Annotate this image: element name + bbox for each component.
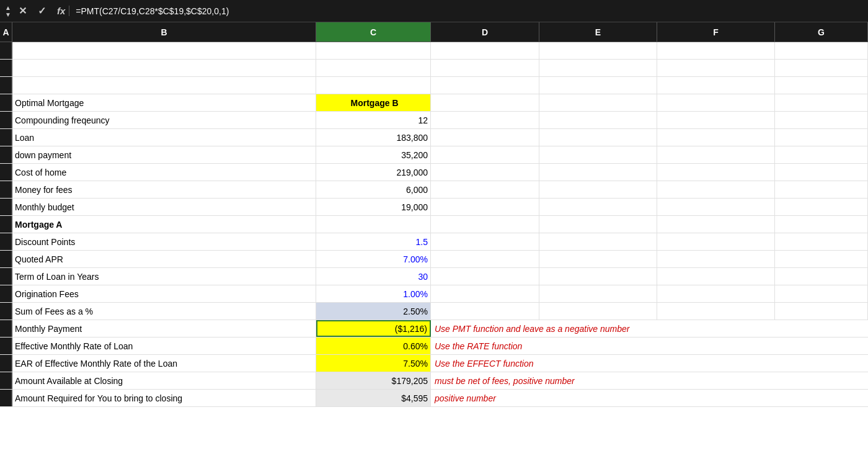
cell-b[interactable] [12,77,316,94]
cell-c[interactable] [316,42,431,59]
cell-f[interactable] [657,181,775,198]
cell-d[interactable] [431,303,539,320]
cell-monthly-budget-value[interactable]: 19,000 [316,199,431,215]
cell-f[interactable] [657,112,775,128]
cell-g[interactable] [775,112,868,128]
col-header-a[interactable]: A [0,22,12,42]
cell-down-payment-label[interactable]: down payment [12,146,316,163]
cell-g[interactable] [775,60,868,76]
cell-d[interactable] [431,181,539,198]
cell-g[interactable] [775,233,868,250]
cell-g[interactable] [775,77,868,94]
cell-effective-rate-label[interactable]: Effective Monthly Rate of Loan [12,338,316,354]
cell-e[interactable] [539,60,657,76]
cell-loan-value[interactable]: 183,800 [316,129,431,146]
cell-d[interactable] [431,60,539,76]
cell-g[interactable] [775,303,868,320]
formula-input[interactable] [76,6,863,16]
cell-e[interactable] [539,251,657,267]
cell-f[interactable] [657,251,775,267]
cell-e[interactable] [539,233,657,250]
cell-ear-label[interactable]: EAR of Effective Monthly Rate of the Loa… [12,355,316,372]
cell-discount-points-label[interactable]: Discount Points [12,233,316,250]
cell-money-for-fees-label[interactable]: Money for fees [12,181,316,198]
cell-g[interactable] [775,129,868,146]
cell-origination-fees-value[interactable]: 1.00% [316,285,431,302]
cell-f[interactable] [657,146,775,163]
cell-term-loan-label[interactable]: Term of Loan in Years [12,268,316,285]
col-header-c[interactable]: C [316,22,431,42]
cell-f[interactable] [657,60,775,76]
cell-b[interactable] [12,42,316,59]
cell-sum-fees-value[interactable]: 2.50% [316,303,431,320]
cell-f[interactable] [657,94,775,111]
cell-monthly-payment-label[interactable]: Monthly Payment [12,320,316,337]
cell-d[interactable] [431,129,539,146]
cell-d[interactable] [431,112,539,128]
cell-d[interactable] [431,216,539,233]
cell-d[interactable] [431,251,539,267]
cell-effective-rate-value[interactable]: 0.60% [316,338,431,354]
cell-f[interactable] [657,285,775,302]
cell-d[interactable] [431,42,539,59]
cell-quoted-apr-label[interactable]: Quoted APR [12,251,316,267]
cell-d[interactable] [431,233,539,250]
cell-cost-of-home-label[interactable]: Cost of home [12,164,316,181]
cell-money-for-fees-value[interactable]: 6,000 [316,181,431,198]
cell-f[interactable] [657,42,775,59]
cell-quoted-apr-value[interactable]: 7.00% [316,251,431,267]
col-header-b[interactable]: B [12,22,316,42]
scroll-arrows[interactable]: ▲ ▼ [5,4,11,18]
cell-f[interactable] [657,268,775,285]
cell-g[interactable] [775,164,868,181]
cell-e[interactable] [539,164,657,181]
cell-g[interactable] [775,42,868,59]
cell-mortgage-a-label[interactable]: Mortgage A [12,216,316,233]
cell-g[interactable] [775,285,868,302]
col-header-g[interactable]: G [775,22,868,42]
cell-e[interactable] [539,268,657,285]
cell-d[interactable] [431,164,539,181]
confirm-button[interactable]: ✓ [34,5,50,17]
cell-e[interactable] [539,216,657,233]
cell-c[interactable] [316,60,431,76]
cell-c[interactable] [316,77,431,94]
cell-e[interactable] [539,112,657,128]
cell-compounding-value[interactable]: 12 [316,112,431,128]
cell-term-loan-value[interactable]: 30 [316,268,431,285]
cell-mortgage-b-value[interactable]: Mortgage B [316,94,431,111]
col-header-d[interactable]: D [431,22,539,42]
cell-compounding-label[interactable]: Compounding freqeuncy [12,112,316,128]
cell-e[interactable] [539,77,657,94]
cell-down-payment-value[interactable]: 35,200 [316,146,431,163]
cell-f[interactable] [657,77,775,94]
cell-origination-fees-label[interactable]: Origination Fees [12,285,316,302]
cell-amount-available-value[interactable]: $179,205 [316,372,431,389]
cell-e[interactable] [539,285,657,302]
cell-amount-required-value[interactable]: $4,595 [316,390,431,406]
col-header-f[interactable]: F [657,22,775,42]
cell-d[interactable] [431,94,539,111]
cell-d[interactable] [431,199,539,215]
cell-g[interactable] [775,251,868,267]
cell-g[interactable] [775,216,868,233]
cell-f[interactable] [657,129,775,146]
cell-f[interactable] [657,164,775,181]
cell-g[interactable] [775,268,868,285]
cell-e[interactable] [539,303,657,320]
cell-g[interactable] [775,94,868,111]
cell-optimal-mortgage-label[interactable]: Optimal Mortgage [12,94,316,111]
cell-amount-available-label[interactable]: Amount Available at Closing [12,372,316,389]
cell-g[interactable] [775,146,868,163]
cell-loan-label[interactable]: Loan [12,129,316,146]
cell-e[interactable] [539,42,657,59]
cell-cost-of-home-value[interactable]: 219,000 [316,164,431,181]
cell-discount-points-value[interactable]: 1.5 [316,233,431,250]
cell-c[interactable] [316,216,431,233]
cell-d[interactable] [431,146,539,163]
cell-ear-value[interactable]: 7.50% [316,355,431,372]
cell-e[interactable] [539,129,657,146]
cell-monthly-payment-value[interactable]: ($1,216) [316,320,431,337]
cell-e[interactable] [539,94,657,111]
cell-g[interactable] [775,199,868,215]
